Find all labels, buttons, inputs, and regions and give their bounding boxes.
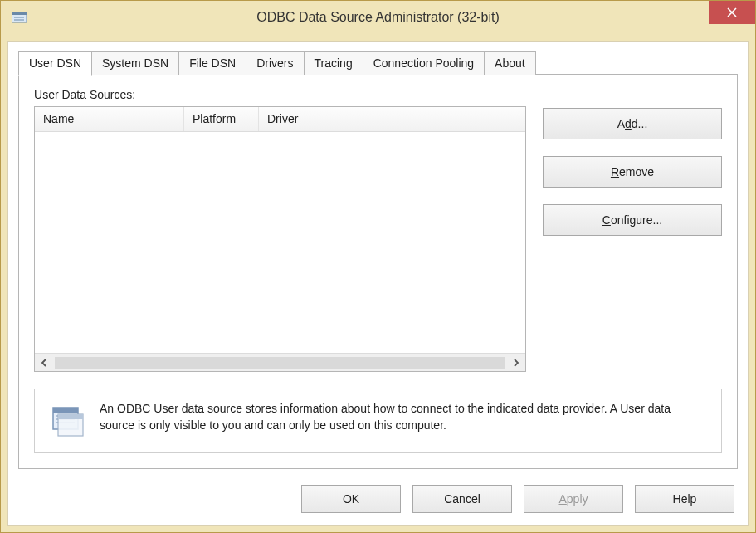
horizontal-scrollbar[interactable] xyxy=(35,353,525,371)
tab-about[interactable]: About xyxy=(484,51,536,75)
remove-button[interactable]: Remove xyxy=(543,156,722,188)
svg-rect-1 xyxy=(12,12,27,15)
close-icon xyxy=(727,7,737,17)
tab-tracing[interactable]: Tracing xyxy=(304,51,363,75)
subtitle-mnemonic: U xyxy=(34,88,42,101)
ok-button[interactable]: OK xyxy=(301,485,401,513)
tab-connection-pooling[interactable]: Connection Pooling xyxy=(363,51,485,75)
app-icon xyxy=(11,10,27,25)
tab-panel-user-dsn: User Data Sources: Name Platform Driver xyxy=(18,74,738,469)
column-header-name[interactable]: Name xyxy=(35,107,184,131)
content-frame: User DSN System DSN File DSN Drivers Tra… xyxy=(7,41,749,526)
dsn-list-body[interactable] xyxy=(35,132,525,353)
chevron-right-icon xyxy=(512,359,520,367)
dsn-list[interactable]: Name Platform Driver xyxy=(34,106,526,372)
tab-file-dsn[interactable]: File DSN xyxy=(178,51,246,75)
scroll-track[interactable] xyxy=(55,357,505,369)
tab-system-dsn[interactable]: System DSN xyxy=(91,51,179,75)
help-button[interactable]: Help xyxy=(635,485,734,513)
user-data-sources-label: User Data Sources: xyxy=(34,88,722,101)
cancel-button[interactable]: Cancel xyxy=(412,485,512,513)
tab-bar: User DSN System DSN File DSN Drivers Tra… xyxy=(18,51,738,75)
close-button[interactable] xyxy=(709,1,755,24)
svg-rect-12 xyxy=(58,414,83,419)
tab-drivers[interactable]: Drivers xyxy=(246,51,304,75)
info-box: An ODBC User data source stores informat… xyxy=(34,389,722,453)
window-frame: ODBC Data Source Administrator (32-bit) … xyxy=(0,0,756,533)
column-header-driver[interactable]: Driver xyxy=(259,107,525,131)
add-button[interactable]: Add... xyxy=(543,108,722,139)
bottom-buttons: OK Cancel Apply Help xyxy=(18,485,738,513)
window-title: ODBC Data Source Administrator (32-bit) xyxy=(1,10,755,25)
middle-row: Name Platform Driver xyxy=(34,106,722,372)
scroll-left-arrow[interactable] xyxy=(35,354,53,372)
svg-rect-7 xyxy=(53,408,78,413)
subtitle-text: ser Data Sources: xyxy=(42,88,135,101)
scroll-right-arrow[interactable] xyxy=(507,354,525,372)
chevron-left-icon xyxy=(40,359,48,367)
info-icon xyxy=(48,403,86,441)
titlebar: ODBC Data Source Administrator (32-bit) xyxy=(1,1,755,34)
column-header-platform[interactable]: Platform xyxy=(184,107,259,131)
tab-user-dsn[interactable]: User DSN xyxy=(18,51,92,76)
side-buttons: Add... Remove Configure... xyxy=(543,106,722,372)
dsn-list-wrapper: Name Platform Driver xyxy=(34,106,526,372)
dsn-list-header: Name Platform Driver xyxy=(35,107,525,132)
apply-button[interactable]: Apply xyxy=(524,485,623,513)
info-text: An ODBC User data source stores informat… xyxy=(100,401,708,433)
configure-button[interactable]: Configure... xyxy=(543,204,722,236)
